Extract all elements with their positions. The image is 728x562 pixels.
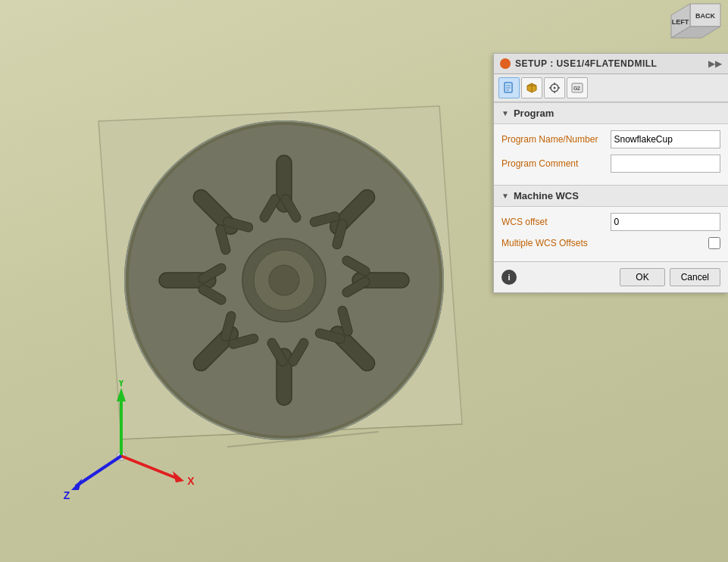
wcs-offset-label: WCS offset xyxy=(501,217,605,227)
program-comment-input[interactable] xyxy=(611,155,721,173)
panel-header-left: SETUP : USE1/4FLATENDMILL xyxy=(500,58,657,69)
panel-header[interactable]: SETUP : USE1/4FLATENDMILL ▶▶ xyxy=(494,54,728,74)
svg-marker-40 xyxy=(173,471,184,482)
footer-buttons: OK Cancel xyxy=(620,268,720,286)
svg-marker-38 xyxy=(117,388,126,401)
panel-footer: i OK Cancel xyxy=(494,261,728,292)
coordinate-axes: Y X Z xyxy=(61,380,212,501)
panel-expand-icon[interactable]: ▶▶ xyxy=(708,58,722,69)
program-comment-row: Program Comment xyxy=(501,155,720,173)
machine-wcs-section-content: WCS offset Multiple WCS Offsets xyxy=(494,207,728,261)
program-section-header[interactable]: ▼ Program xyxy=(494,102,728,124)
ok-button[interactable]: OK xyxy=(620,268,664,286)
setup-icon xyxy=(500,58,511,69)
machine-wcs-section-header[interactable]: ▼ Machine WCS xyxy=(494,185,728,207)
wcs-offset-input[interactable] xyxy=(611,213,721,231)
toolbar-btn-1[interactable] xyxy=(498,77,520,98)
nav-back-label: BACK xyxy=(695,12,715,20)
multiple-wcs-label: Multiple WCS Offsets xyxy=(501,238,702,248)
navigation-cube[interactable]: BACK LEFT xyxy=(667,0,728,53)
y-axis-label: Y xyxy=(117,380,125,389)
svg-line-41 xyxy=(76,456,121,486)
program-name-row: Program Name/Number xyxy=(501,130,720,148)
svg-marker-42 xyxy=(71,479,82,490)
program-name-input[interactable] xyxy=(611,130,721,148)
svg-text:2: 2 xyxy=(577,86,580,91)
program-arrow: ▼ xyxy=(501,109,509,117)
toolbar-btn-2[interactable] xyxy=(521,77,542,98)
footer-left: i xyxy=(501,270,517,285)
toolbar-btn-3[interactable] xyxy=(544,77,565,98)
x-axis-label: X xyxy=(187,475,195,487)
info-button[interactable]: i xyxy=(501,270,517,285)
svg-point-10 xyxy=(269,265,299,295)
program-name-label: Program Name/Number xyxy=(501,134,605,145)
panel-toolbar: G 2 xyxy=(494,74,728,102)
machine-wcs-label: Machine WCS xyxy=(514,190,579,201)
toolbar-btn-4[interactable]: G 2 xyxy=(567,77,588,98)
multiple-wcs-checkbox[interactable] xyxy=(708,237,720,249)
z-axis-label: Z xyxy=(64,489,70,501)
program-section-content: Program Name/Number Program Comment xyxy=(494,124,728,185)
nav-left-label: LEFT xyxy=(672,18,689,26)
cancel-button[interactable]: Cancel xyxy=(670,268,720,286)
svg-point-55 xyxy=(554,87,556,89)
multiple-wcs-row: Multiple WCS Offsets xyxy=(501,237,720,249)
panel-title: SETUP : USE1/4FLATENDMILL xyxy=(515,58,657,69)
wcs-offset-row: WCS offset xyxy=(501,213,720,231)
settings-panel: SETUP : USE1/4FLATENDMILL ▶▶ xyxy=(493,53,728,293)
svg-line-39 xyxy=(121,456,178,479)
machine-wcs-arrow: ▼ xyxy=(501,192,509,200)
program-section-label: Program xyxy=(514,108,554,119)
program-comment-label: Program Comment xyxy=(501,158,605,169)
